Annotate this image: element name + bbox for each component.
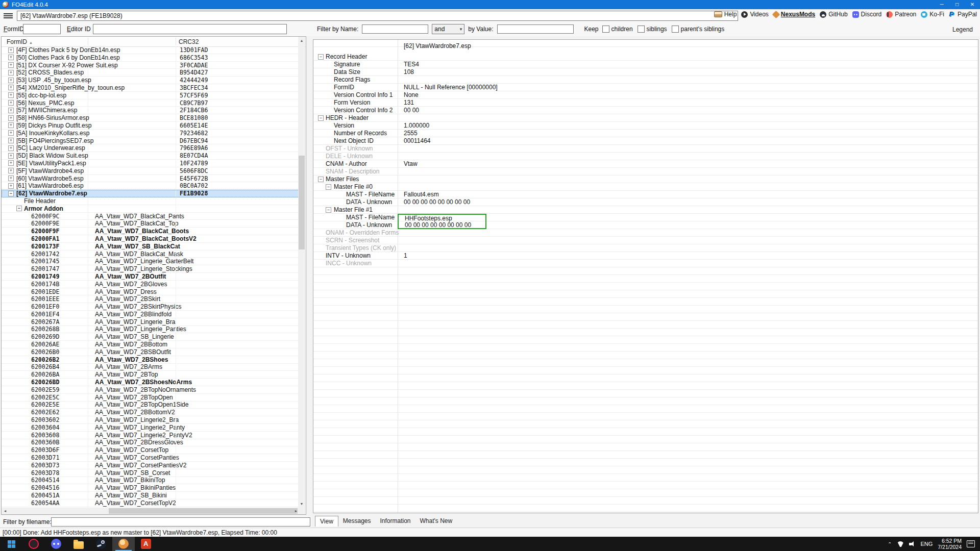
plugin-row[interactable]: +[5B] FO4PiercingsSED7.espD67EBC94 xyxy=(2,137,299,145)
armor-addon-row[interactable]: 6200451AAA_Vtaw_WD7_SB_Bikini xyxy=(2,492,299,499)
plugin-row[interactable]: +[5A] InoueKinkyKollars.esp79234682 xyxy=(2,130,299,137)
armor-addon-row[interactable]: 620026AEAA_Vtaw_WD7_2BBottom xyxy=(2,341,299,348)
armor-addon-row[interactable]: 62001EF0AA_Vtaw_WD7_2BSkirtPhysics xyxy=(2,303,299,311)
checkbox-icon[interactable] xyxy=(602,26,609,33)
armor-addon-row[interactable]: 6200267AAA_Vtaw_WD7_Lingerie_Bra xyxy=(2,318,299,326)
filter-operator-select[interactable]: and▾ xyxy=(432,24,464,34)
link-github[interactable]: GitHub xyxy=(820,11,847,18)
armor-addon-row[interactable]: 62003602AA_Vtaw_WD7_Lingerie2_Bra xyxy=(2,416,299,424)
maximize-button[interactable]: □ xyxy=(949,0,965,9)
expand-icon[interactable]: + xyxy=(8,85,14,90)
expand-icon[interactable]: + xyxy=(8,108,14,113)
expand-icon[interactable]: + xyxy=(8,176,14,181)
collapse-icon[interactable]: − xyxy=(16,206,22,211)
plugin-row[interactable]: −[62] VtawWardrobe7.espFE1B9028 xyxy=(2,190,299,197)
collapse-icon[interactable]: − xyxy=(318,115,324,121)
expand-icon[interactable]: + xyxy=(8,145,14,151)
expand-icon[interactable]: + xyxy=(8,138,14,143)
collapse-icon[interactable]: − xyxy=(318,54,324,60)
plugin-row[interactable]: +[59] Dickys Pinup Outfit.esp6605E14E xyxy=(2,122,299,130)
record-row[interactable]: INCC - Unknown xyxy=(313,260,978,267)
armor-addon-row[interactable]: 620026BDAA_Vtaw_WD7_2BShoesNoArms xyxy=(2,379,299,386)
plugin-row[interactable]: +[56] Nexus_PMC.espCB9C7B97 xyxy=(2,99,299,107)
armor-addon-row[interactable]: 6200268BAA_Vtaw_WD7_Lingerie_Panties xyxy=(2,325,299,333)
start-button[interactable] xyxy=(0,537,22,551)
expand-icon[interactable]: + xyxy=(8,153,14,159)
record-row[interactable]: DATA - Unknown00 00 00 00 00 00 00 00 xyxy=(313,198,978,206)
armor-addon-row[interactable]: 62002E5CAA_Vtaw_WD7_2BTopOpen xyxy=(2,394,299,402)
link-ko-fi[interactable]: Ko-Fi xyxy=(921,11,944,18)
file-explorer-icon[interactable] xyxy=(67,537,90,551)
menu-icon[interactable] xyxy=(4,12,13,19)
plugin-row[interactable]: +[4F] Clothes Pack 5 by DonEb14n.esp13D0… xyxy=(2,46,299,54)
plugin-row[interactable]: +[50] Clothes Pack 6 by DonEb14n.esp686C… xyxy=(2,54,299,62)
armor-addon-row[interactable]: 62000F9FAA_Vtaw_WD7_BlackCat_Boots xyxy=(2,228,299,235)
scroll-down-icon[interactable]: ▼ xyxy=(298,500,305,508)
armor-addon-row[interactable]: 6200360BAA_Vtaw_WD7_2BDressGloves xyxy=(2,439,299,446)
crc32-column-header[interactable]: CRC32 xyxy=(179,38,199,45)
plugin-row[interactable]: +[5C] Lacy Underwear.esp796E89A6 xyxy=(2,144,299,152)
checkbox-icon[interactable] xyxy=(638,26,645,33)
expand-icon[interactable]: + xyxy=(8,55,14,60)
plugin-row[interactable]: +[52] CROSS_Blades.espB954D427 xyxy=(2,69,299,77)
expand-icon[interactable]: + xyxy=(8,160,14,166)
armor-addon-row[interactable]: 62001EDEAA_Vtaw_WD7_Dress xyxy=(2,288,299,296)
expand-icon[interactable]: + xyxy=(8,47,14,53)
armor-addon-row[interactable]: 62003D78AA_Vtaw_WD7_SB_Corset xyxy=(2,469,299,477)
record-row[interactable]: −Master File #0 xyxy=(313,183,978,191)
collapse-icon[interactable]: − xyxy=(8,191,14,196)
record-row[interactable]: Form Version131 xyxy=(313,99,978,107)
armor-addon-group-row[interactable]: −Armor Addon xyxy=(2,205,299,213)
browser-icon[interactable] xyxy=(22,537,45,551)
armor-addon-row[interactable]: 62000F9EAA_Vtaw_WD7_BlackCat_Top xyxy=(2,220,299,228)
expand-icon[interactable]: + xyxy=(8,100,14,106)
record-row[interactable]: CNAM - AuthorVtaw xyxy=(313,160,978,168)
expand-icon[interactable]: + xyxy=(8,168,14,173)
armor-addon-row[interactable]: 620026BAAA_Vtaw_WD7_2BTop xyxy=(2,371,299,379)
record-row[interactable]: Version Control Info 200 00 xyxy=(313,107,978,114)
hscrollbar-thumb[interactable] xyxy=(109,508,298,514)
armor-addon-row[interactable]: 6200173FAA_Vtaw_WD7_SB_BlackCat xyxy=(2,243,299,251)
armor-addon-row[interactable]: 62003D71AA_Vtaw_WD7_CorsetPanties xyxy=(2,454,299,462)
armor-addon-row[interactable]: 6200269DAA_Vtaw_WD7_SB_Lingerie xyxy=(2,333,299,341)
armor-addon-row[interactable]: 62002E59AA_Vtaw_WD7_2BTopNoOrnaments xyxy=(2,386,299,394)
record-row[interactable]: Transient Types (CK only) xyxy=(313,244,978,252)
file-header-row[interactable]: File Header xyxy=(2,197,299,205)
minimize-button[interactable]: ─ xyxy=(934,0,949,9)
filter-by-filename-input[interactable] xyxy=(51,517,310,527)
tab-information[interactable]: Information xyxy=(376,516,415,527)
tab-messages[interactable]: Messages xyxy=(338,516,376,527)
scroll-up-icon[interactable]: ▲ xyxy=(298,37,305,44)
plugin-row[interactable]: +[58] HN66-SiriusArmor.espBCE81080 xyxy=(2,114,299,122)
fo4edit-icon[interactable] xyxy=(112,537,135,551)
editorid-input[interactable] xyxy=(93,24,287,34)
record-row[interactable]: SNAM - Description xyxy=(313,168,978,176)
armor-addon-row[interactable]: 62002E5EAA_Vtaw_WD7_2BTopOpen1Side xyxy=(2,401,299,409)
scrollbar-thumb[interactable] xyxy=(299,156,305,249)
expand-icon[interactable]: + xyxy=(8,78,14,83)
armor-addon-row[interactable]: 620026B4AA_Vtaw_WD7_2BArms xyxy=(2,363,299,371)
network-icon[interactable] xyxy=(897,541,904,547)
record-row[interactable]: DATA - Unknown00 00 00 00 00 00 00 00 xyxy=(313,221,978,229)
armor-addon-row[interactable]: 620054AAAA_Vtaw_WD7_CorsetTopV2 xyxy=(2,499,299,507)
expand-icon[interactable]: + xyxy=(8,130,14,136)
plugin-row[interactable]: +[57] MWIIChimera.esp2F184CB6 xyxy=(2,107,299,114)
record-row[interactable]: −Record Header xyxy=(313,53,978,61)
link-videos[interactable]: Videos xyxy=(741,11,768,18)
vertical-scrollbar[interactable]: ▲ ▼ xyxy=(298,37,305,514)
armor-addon-row[interactable]: 62003604AA_Vtaw_WD7_Lingerie2_Panty xyxy=(2,424,299,432)
armor-addon-row[interactable]: 62003D73AA_Vtaw_WD7_CorsetPantiesV2 xyxy=(2,462,299,469)
link-patreon[interactable]: Patreon xyxy=(886,11,916,18)
expand-icon[interactable]: + xyxy=(8,70,14,76)
armor-addon-row[interactable]: 62001745AA_Vtaw_WD7_Lingerie_GarterBelt xyxy=(2,258,299,265)
formid-column-header[interactable]: FormID▲ xyxy=(7,38,33,45)
plugin-row[interactable]: +[5D] Black Widow Suit.esp8E07CD4A xyxy=(2,152,299,160)
record-column-header[interactable]: [62] VtawWardrobe7.esp xyxy=(404,42,471,49)
expand-icon[interactable]: + xyxy=(8,183,14,189)
plugin-row[interactable]: +[51] DX Courser X-92 Power Suit.esp3F0C… xyxy=(2,62,299,69)
armor-addon-row[interactable]: 62001EF4AA_Vtaw_WD7_2BBlindfold xyxy=(2,311,299,318)
link-paypal[interactable]: PayPal xyxy=(949,11,977,18)
record-row[interactable]: Version Control Info 1None xyxy=(313,91,978,99)
record-row[interactable]: Number of Records2555 xyxy=(313,130,978,137)
keep-option-2[interactable]: parent's siblings xyxy=(672,26,725,33)
